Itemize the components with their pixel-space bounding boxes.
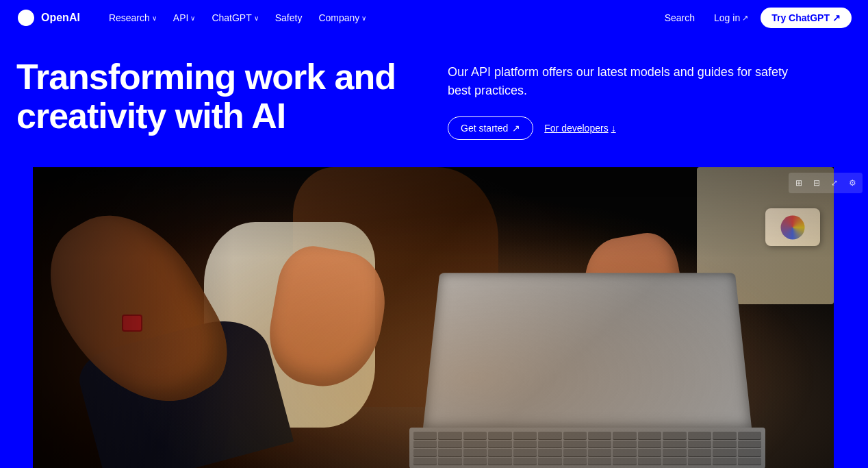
hero-left: Transforming work and creativity with AI <box>16 58 420 136</box>
key <box>713 458 736 465</box>
key <box>463 449 487 456</box>
chevron-down-icon: ∨ <box>254 14 259 22</box>
key <box>663 441 686 448</box>
key <box>688 441 711 448</box>
openai-logo-icon <box>16 8 36 27</box>
settings-icon[interactable]: ⚙ <box>845 175 860 190</box>
key <box>638 458 661 465</box>
key <box>713 449 736 456</box>
nav-safety[interactable]: Safety <box>268 8 309 27</box>
brand-name: OpenAI <box>41 12 80 24</box>
key <box>538 449 561 456</box>
nav-company[interactable]: Company ∨ <box>311 8 373 27</box>
watch-left <box>122 315 142 332</box>
navbar: OpenAI Research ∨ API ∨ ChatGPT ∨ Safety… <box>0 0 868 36</box>
key <box>638 432 661 439</box>
key <box>663 458 686 465</box>
copy-icon[interactable]: ⊞ <box>791 175 806 190</box>
arrow-icon: ↗ <box>742 14 748 23</box>
hero-description: Our API platform offers our latest model… <box>448 63 804 100</box>
arrow-icon: ↗ <box>832 12 841 23</box>
key <box>688 432 711 439</box>
key <box>413 432 437 439</box>
image-toolbar: ⊞ ⊟ ⤢ ⚙ <box>789 173 863 193</box>
key <box>663 449 686 456</box>
laptop-keyboard <box>409 428 765 468</box>
key <box>663 432 686 439</box>
key <box>513 432 537 439</box>
chevron-down-icon: ∨ <box>152 14 157 22</box>
nav-chatgpt[interactable]: ChatGPT ∨ <box>205 8 265 27</box>
key <box>588 458 611 465</box>
key <box>438 458 461 465</box>
key <box>413 441 437 448</box>
image-section: ⊞ ⊟ ⤢ ⚙ <box>0 167 868 468</box>
key <box>738 458 761 465</box>
key <box>463 432 487 439</box>
key <box>488 449 511 456</box>
key <box>538 432 561 439</box>
key <box>638 441 661 448</box>
key <box>688 449 711 456</box>
key <box>488 432 511 439</box>
key <box>613 432 636 439</box>
key <box>588 432 611 439</box>
key <box>488 441 511 448</box>
laptop-screen <box>423 273 752 428</box>
try-chatgpt-button[interactable]: Try ChatGPT ↗ <box>761 8 852 28</box>
key <box>513 458 537 465</box>
key <box>638 449 661 456</box>
key <box>588 449 611 456</box>
key <box>738 441 761 448</box>
key <box>438 449 461 456</box>
key <box>563 458 587 465</box>
nav-research[interactable]: Research ∨ <box>102 8 164 27</box>
key <box>513 441 537 448</box>
key <box>413 449 437 456</box>
key <box>713 432 736 439</box>
chevron-down-icon: ∨ <box>190 14 195 22</box>
hero-section: Transforming work and creativity with AI… <box>0 36 868 167</box>
nav-links: Research ∨ API ∨ ChatGPT ∨ Safety Compan… <box>102 8 658 27</box>
laptop <box>423 263 779 468</box>
phone-on-table <box>765 208 820 246</box>
key <box>713 441 736 448</box>
key <box>538 441 561 448</box>
key <box>613 458 636 465</box>
for-developers-button[interactable]: For developers ↓ <box>544 123 615 134</box>
nav-api[interactable]: API ∨ <box>166 8 203 27</box>
key <box>613 441 636 448</box>
search-button[interactable]: Search <box>658 8 702 27</box>
hero-right: Our API platform offers our latest model… <box>448 58 852 140</box>
arrow-down-icon: ↓ <box>611 123 616 134</box>
hero-image <box>33 167 834 468</box>
key <box>613 449 636 456</box>
logo[interactable]: OpenAI <box>16 8 80 27</box>
key <box>463 458 487 465</box>
key <box>563 441 587 448</box>
key <box>738 449 761 456</box>
chevron-down-icon: ∨ <box>361 14 366 22</box>
expand-icon[interactable]: ⤢ <box>827 175 842 190</box>
login-button[interactable]: Log in ↗ <box>707 8 755 27</box>
key <box>688 458 711 465</box>
key <box>488 458 511 465</box>
key <box>463 441 487 448</box>
key <box>563 449 587 456</box>
hero-title: Transforming work and creativity with AI <box>16 58 420 136</box>
key <box>563 432 587 439</box>
arrow-icon: ↗ <box>512 123 520 134</box>
key <box>438 432 461 439</box>
key <box>588 441 611 448</box>
key <box>438 441 461 448</box>
key <box>738 432 761 439</box>
get-started-button[interactable]: Get started ↗ <box>448 116 533 140</box>
key <box>538 458 561 465</box>
key <box>513 449 537 456</box>
key <box>413 458 437 465</box>
nav-actions: Search Log in ↗ Try ChatGPT ↗ <box>658 8 852 28</box>
split-icon[interactable]: ⊟ <box>809 175 824 190</box>
hero-buttons: Get started ↗ For developers ↓ <box>448 116 852 140</box>
